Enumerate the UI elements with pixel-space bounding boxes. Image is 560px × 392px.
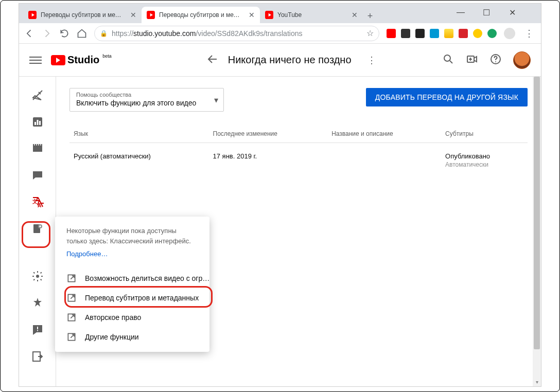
hamburger-menu-icon[interactable] (29, 57, 42, 64)
youtube-play-icon (51, 55, 65, 65)
window-maximize-icon[interactable]: ☐ (482, 8, 491, 17)
window-minimize-icon[interactable]: — (457, 8, 465, 17)
svg-rect-10 (34, 122, 36, 125)
create-video-icon[interactable] (466, 53, 478, 67)
classic-features-flyout: Некоторые функции пока доступны только з… (55, 217, 209, 352)
table-row[interactable]: Русский (автоматически) 17 янв. 2019 г. … (69, 143, 528, 172)
new-tab-button[interactable]: + (363, 9, 377, 23)
svg-text:文: 文 (32, 199, 38, 204)
tab-title: Переводы субтитров и метадан… (41, 11, 123, 19)
svg-rect-11 (37, 120, 38, 125)
nav-forward-icon[interactable] (42, 28, 52, 39)
browser-tab[interactable]: Переводы субтитров и метадан… ✕ (142, 7, 260, 23)
app-root: Studio beta Никогда ничего не поздно ⋮ (19, 44, 541, 386)
cell-subtitles: Опубликовано Автоматически (441, 143, 528, 172)
tab-close-icon[interactable]: ✕ (352, 11, 358, 19)
nav-reload-icon[interactable] (59, 28, 69, 39)
extension-icon[interactable] (473, 29, 482, 38)
tab-title: Переводы субтитров и метадан… (159, 11, 241, 19)
sidebar-item-other[interactable] (19, 217, 56, 241)
scroll-down-icon[interactable]: ▾ (533, 378, 541, 386)
add-translation-button[interactable]: ДОБАВИТЬ ПЕРЕВОД НА ДРУГОЙ ЯЗЫК (366, 88, 528, 106)
flyout-description: Некоторые функции пока доступны только з… (55, 226, 209, 259)
url-text: https://studio.youtube.com/video/SSd82AK… (112, 29, 362, 38)
youtube-icon (265, 11, 273, 19)
svg-rect-12 (39, 121, 41, 125)
svg-rect-16 (36, 145, 37, 146)
help-icon[interactable] (489, 53, 502, 67)
svg-rect-15 (34, 145, 35, 146)
sidebar-item-translations[interactable]: 文A (19, 190, 56, 215)
extension-icon[interactable] (459, 29, 468, 38)
profile-avatar-icon[interactable] (504, 28, 515, 39)
app-body: 文A (19, 77, 541, 386)
sidebar-item-analytics[interactable] (19, 110, 56, 134)
studio-logo[interactable]: Studio beta (51, 54, 111, 66)
flyout-item-other[interactable]: Другие функции (55, 327, 209, 347)
extension-icons (387, 29, 497, 38)
sidebar-item-classic[interactable] (19, 344, 56, 369)
sidebar-item-comments[interactable] (19, 163, 56, 188)
bookmark-star-icon[interactable]: ☆ (366, 28, 374, 38)
flyout-item-copyright[interactable]: Авторское право (55, 308, 209, 327)
extension-icon[interactable] (430, 29, 439, 38)
sidebar-item-whatsnew[interactable] (19, 291, 56, 315)
window-close-icon[interactable]: ✕ (508, 8, 516, 17)
scroll-thumb[interactable] (534, 77, 540, 349)
dropdown-label: Помощь сообщества (76, 92, 209, 98)
vertical-scrollbar[interactable]: ▴ ▾ (533, 77, 541, 386)
browser-window: — ☐ ✕ Переводы субтитров и метадан… ✕ Пе… (19, 3, 541, 387)
extension-icon[interactable] (415, 29, 425, 38)
logo-text: Studio (67, 54, 99, 66)
lock-icon: 🔒 (100, 30, 108, 37)
cell-title-desc (327, 143, 441, 172)
flyout-item-label: Перевод субтитров и метаданных (85, 294, 199, 302)
cell-modified: 17 янв. 2019 г. (209, 143, 328, 172)
sidebar-item-settings[interactable] (19, 264, 56, 289)
extension-icon[interactable] (487, 29, 497, 38)
extension-icon[interactable] (387, 29, 396, 38)
tab-title: YouTube (277, 11, 344, 19)
svg-point-6 (444, 55, 450, 61)
svg-rect-25 (37, 327, 38, 329)
svg-text:A: A (38, 203, 41, 208)
tab-close-icon[interactable]: ✕ (130, 11, 136, 19)
youtube-icon (28, 11, 37, 19)
col-language: Язык (69, 125, 209, 143)
sidebar-item-feedback[interactable] (19, 317, 56, 342)
browser-tab[interactable]: YouTube ✕ (260, 7, 363, 23)
logo-beta: beta (102, 54, 112, 59)
svg-rect-13 (33, 146, 42, 152)
flyout-item-label: Другие функции (85, 333, 139, 341)
sidebar: 文A (19, 77, 56, 386)
browser-toolbar: 🔒 https://studio.youtube.com/video/SSd82… (19, 23, 541, 44)
flyout-item-label: Возможность делиться видео с огр… (85, 274, 209, 282)
browser-menu-icon[interactable]: ⋮ (522, 28, 536, 39)
svg-rect-17 (38, 145, 39, 146)
extension-icon[interactable] (401, 29, 410, 38)
nav-back-icon[interactable] (24, 28, 34, 39)
user-avatar[interactable] (513, 51, 531, 69)
svg-rect-18 (40, 145, 41, 146)
page-title: Никогда ничего не поздно (228, 54, 352, 66)
browser-tab[interactable]: Переводы субтитров и метадан… ✕ (23, 7, 142, 23)
dropdown-value: Включить функцию для этого видео (76, 99, 209, 107)
col-subtitles: Субтитры (441, 125, 528, 143)
tab-close-icon[interactable]: ✕ (249, 11, 255, 19)
nav-home-icon[interactable] (77, 28, 87, 39)
flyout-item-sharing[interactable]: Возможность делиться видео с огр… (55, 269, 209, 288)
search-icon[interactable] (442, 53, 454, 67)
address-bar[interactable]: 🔒 https://studio.youtube.com/video/SSd82… (94, 26, 379, 41)
svg-rect-26 (37, 330, 38, 331)
youtube-icon (147, 11, 155, 19)
sidebar-item-details[interactable] (19, 83, 56, 108)
community-help-dropdown[interactable]: Помощь сообщества Включить функцию для э… (69, 88, 224, 112)
flyout-learn-more-link[interactable]: Подробнее… (66, 249, 198, 259)
flyout-item-translations[interactable]: Перевод субтитров и метаданных (55, 288, 209, 308)
chevron-down-icon: ▾ (214, 95, 218, 105)
more-vert-icon[interactable]: ⋮ (367, 55, 376, 66)
sidebar-item-editor[interactable] (19, 136, 56, 161)
back-arrow-icon[interactable] (206, 53, 219, 67)
extension-icon[interactable] (444, 29, 453, 38)
col-title-desc: Название и описание (327, 125, 441, 143)
